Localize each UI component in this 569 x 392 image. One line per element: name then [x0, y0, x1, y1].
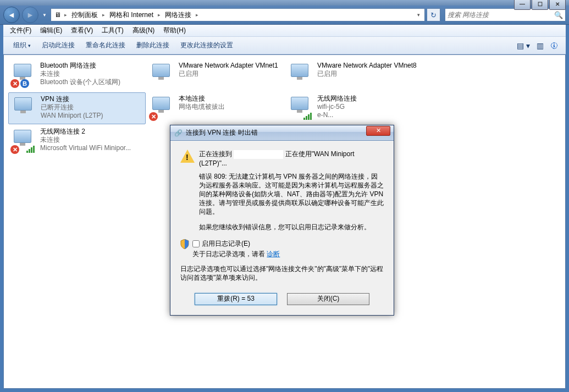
diagnose-link[interactable]: 诊断 — [267, 250, 280, 258]
window-titlebar: — ☐ ✕ — [0, 0, 569, 5]
connection-status: 已启用 — [179, 70, 278, 78]
toolbar-delete[interactable]: 删除此连接 — [131, 38, 175, 52]
shield-icon — [180, 239, 192, 259]
connection-item[interactable]: ✕BBluetooth 网络连接未连接Bluetooth 设备(个人区域网) — [8, 59, 146, 91]
window-close-button[interactable]: ✕ — [549, 0, 566, 10]
view-mode-button[interactable]: ▤ ▾ — [513, 39, 533, 52]
connection-item[interactable]: VMware Network Adapter VMnet8已启用 — [285, 59, 423, 91]
connection-name: 本地连接 — [179, 95, 225, 103]
error-text: 错误 809: 无法建立计算机与 VPN 服务器之间的网络连接，因为远程服务器未… — [199, 172, 384, 216]
connection-item[interactable]: ✕无线网络连接 2未连接Microsoft Virtual WiFi Minip… — [8, 125, 146, 157]
enable-log-input[interactable] — [192, 240, 200, 247]
search-icon[interactable]: 🔍 — [554, 11, 563, 19]
maximize-button[interactable]: ☐ — [532, 0, 548, 10]
connection-icon: ✕ — [10, 128, 37, 154]
toolbar-rename[interactable]: 重命名此连接 — [80, 38, 131, 52]
connection-icon — [288, 95, 314, 121]
dialog-title: 连接到 VPN 连接 时出错 — [186, 128, 366, 137]
connection-status: 未连接 — [40, 70, 120, 78]
connection-name: VMware Network Adapter VMnet8 — [317, 62, 417, 70]
menu-bar: 文件(F) 编辑(E) 查看(V) 工具(T) 高级(N) 帮助(H) — [3, 25, 566, 37]
bc-sep[interactable]: ▸ — [157, 12, 162, 18]
address-bar: ◄ ► ▼ 🖥 ▸ 控制面板 ▸ 网格和 Internet ▸ 网络连接 ▸ ▾… — [0, 5, 569, 25]
refresh-button[interactable]: ↻ — [427, 8, 440, 21]
enable-log-label: 启用日志记录(E) — [202, 239, 250, 249]
connection-status: 未连接 — [40, 136, 131, 144]
warning-icon — [180, 150, 199, 216]
connection-status: 网络电缆被拔出 — [179, 103, 225, 111]
dialog-message: 正在连接到 正在使用"WAN Miniport (L2TP)"... 错误 80… — [199, 150, 384, 216]
connection-item[interactable]: VMware Network Adapter VMnet1已启用 — [147, 59, 284, 91]
connection-status: 已启用 — [317, 70, 417, 78]
minimize-button[interactable]: — — [514, 0, 531, 10]
connecting-pre: 正在连接到 — [199, 150, 232, 158]
connection-device: e-N... — [317, 111, 357, 119]
toolbar-start[interactable]: 启动此连接 — [36, 38, 80, 52]
back-button[interactable]: ◄ — [3, 7, 20, 23]
note-text: 日志记录选项也可以通过选择"网络连接文件夹"的"高级"菜单下的"远程访问首选项"… — [180, 264, 384, 282]
menu-file[interactable]: 文件(F) — [5, 25, 36, 36]
network-icon: 🔗 — [174, 129, 183, 137]
connection-status: wifi-jc-5G — [317, 103, 357, 111]
back-arrow-icon: ◄ — [8, 10, 15, 19]
bc-sep[interactable]: ▸ — [195, 12, 200, 18]
bc-leaf[interactable]: 网络连接 — [162, 10, 195, 20]
connection-icon — [149, 62, 175, 88]
dialog-close-button[interactable]: ✕ — [366, 126, 390, 136]
connection-name: Bluetooth 网络连接 — [40, 62, 120, 70]
toolbar-change[interactable]: 更改此连接的设置 — [175, 38, 239, 52]
bc-mid[interactable]: 网格和 Internet — [106, 10, 157, 20]
menu-help[interactable]: 帮助(H) — [159, 25, 190, 36]
connection-icon — [11, 95, 37, 122]
preview-pane-button[interactable]: ▥ — [533, 39, 547, 52]
connection-device: Bluetooth 设备(个人区域网) — [40, 78, 120, 86]
search-input[interactable] — [448, 11, 554, 19]
connection-name: 无线网络连接 — [317, 95, 357, 103]
menu-view[interactable]: 查看(V) — [67, 25, 97, 36]
enable-log-checkbox[interactable]: 启用日志记录(E) — [192, 239, 384, 249]
connection-item[interactable]: ✕本地连接网络电缆被拔出 — [147, 92, 284, 124]
nav-history-dropdown[interactable]: ▼ — [41, 9, 48, 20]
menu-edit[interactable]: 编辑(E) — [36, 25, 67, 36]
forward-button[interactable]: ► — [22, 7, 38, 23]
connection-icon: ✕ — [149, 95, 175, 121]
bc-sep[interactable]: ▸ — [101, 12, 106, 18]
connection-name: 无线网络连接 2 — [40, 128, 131, 136]
connection-icon — [288, 62, 314, 88]
obscured-target — [234, 150, 283, 159]
connection-device: WAN Miniport (L2TP) — [41, 112, 103, 120]
error-dialog: 🔗 连接到 VPN 连接 时出错 ✕ 正在连接到 正在使用"WAN Minipo… — [170, 125, 394, 316]
connection-device: Microsoft Virtual WiFi Minipor... — [40, 144, 131, 152]
about-log: 关于日志记录选项，请看 诊断 — [192, 250, 384, 259]
address-dropdown[interactable]: ▾ — [413, 12, 423, 18]
connection-status: 已断开连接 — [41, 103, 103, 112]
dialog-body: 正在连接到 正在使用"WAN Miniport (L2TP)"... 错误 80… — [170, 141, 394, 315]
connection-item[interactable]: 无线网络连接wifi-jc-5Ge-N... — [285, 92, 423, 124]
toolbar: 组织 启动此连接 重命名此连接 删除此连接 更改此连接的设置 ▤ ▾ ▥ 🛈 — [3, 37, 566, 54]
redial-button[interactable]: 重拨(R) = 53 — [195, 293, 277, 305]
menu-advanced[interactable]: 高级(N) — [128, 25, 159, 36]
connection-name: VPN 连接 — [41, 95, 103, 103]
toolbar-organize[interactable]: 组织 — [8, 38, 36, 52]
connection-icon: ✕B — [10, 62, 37, 88]
search-box[interactable]: 🔍 — [445, 8, 566, 21]
menu-tools[interactable]: 工具(T) — [97, 25, 128, 36]
bc-root[interactable]: 控制面板 — [68, 10, 101, 20]
dialog-titlebar[interactable]: 🔗 连接到 VPN 连接 时出错 ✕ — [170, 125, 394, 141]
breadcrumb[interactable]: 🖥 ▸ 控制面板 ▸ 网格和 Internet ▸ 网络连接 ▸ ▾ — [51, 8, 425, 21]
forward-arrow-icon: ► — [26, 10, 34, 19]
control-panel-icon: 🖥 — [52, 9, 63, 20]
close-button[interactable]: 关闭(C) — [287, 293, 369, 305]
connection-item[interactable]: VPN 连接已断开连接WAN Miniport (L2TP) — [8, 92, 146, 124]
connection-name: VMware Network Adapter VMnet1 — [179, 62, 278, 70]
bc-sep[interactable]: ▸ — [63, 12, 68, 18]
hint-text: 如果您继续收到错误信息，您可以启用日志记录来做分析。 — [199, 223, 384, 231]
help-button[interactable]: 🛈 — [547, 39, 561, 52]
